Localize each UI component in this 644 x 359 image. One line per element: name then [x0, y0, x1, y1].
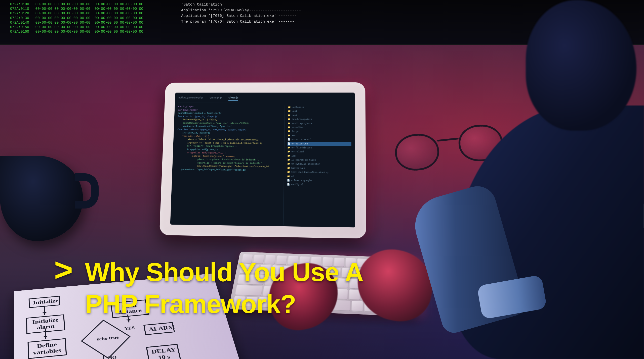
title-line-1: Why Should You Use A [85, 256, 363, 288]
alarm-box: ALARM [143, 322, 175, 335]
tab-game: game.php [210, 96, 222, 101]
define-variables-box: Definevariables [28, 338, 67, 359]
editor-tabs: action_generate.php game.php chess.js [178, 96, 351, 103]
flowchart-decision: echo true [81, 320, 131, 359]
code-editor-screen: action_generate.php game.php chess.js va… [170, 93, 355, 228]
flowchart-label: YES [124, 325, 135, 331]
delay-box: DELAY10 s [146, 344, 181, 359]
hero-image: 072A:0100 00-00-00 00 00-00-00 00-00 00-… [0, 0, 644, 359]
mug-handle [75, 173, 99, 209]
editor-body: var k_playervar move_numbersoundManager.… [174, 105, 352, 226]
terminal-hex-dump: 072A:0100 00-00-00 00 00-00-00 00-00 00-… [10, 2, 143, 34]
tab-chess: chess.js [228, 96, 238, 101]
glasses-bridge [437, 138, 459, 142]
lens-left [393, 132, 441, 173]
tablet-device: action_generate.php game.php chess.js va… [159, 82, 366, 239]
title-line-2: PHP Framework? [85, 288, 363, 320]
title-overlay: > Why Should You Use A PHP Framework? [54, 256, 363, 320]
decision-label: echo true [90, 334, 126, 342]
terminal-output: 'Batch Calibration' Application '\??\C:\… [181, 2, 301, 25]
chevron-icon: > [54, 256, 73, 284]
tab-action-generate: action_generate.php [178, 96, 203, 101]
flowchart-label: NO [108, 355, 117, 359]
background-monitor: 072A:0100 00-00-00 00 00-00-00 00-00 00-… [0, 0, 644, 45]
lens-right [458, 124, 503, 162]
title-text: Why Should You Use A PHP Framework? [85, 256, 363, 320]
code-pane: var k_playervar move_numbersoundManager.… [174, 105, 285, 225]
file-tree-pane: 📁 .atlassia📁 .git📁 .out📁 dev-breakpoints… [283, 106, 351, 226]
